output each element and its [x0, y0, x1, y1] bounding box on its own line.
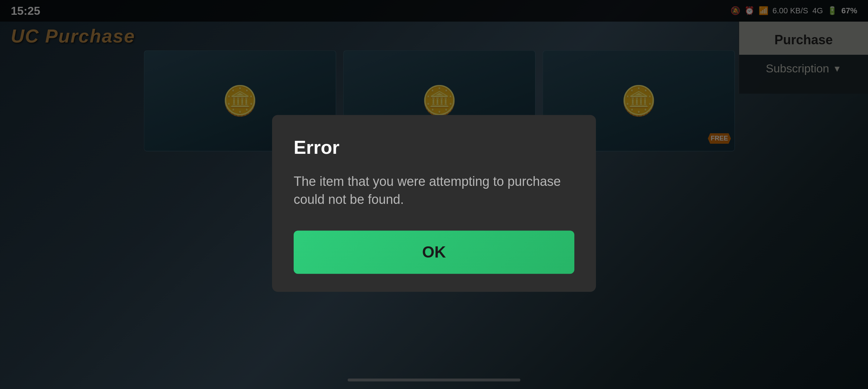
error-dialog: Error The item that you were attempting … [272, 115, 596, 292]
ok-button[interactable]: OK [294, 231, 574, 274]
dialog-message: The item that you were attempting to pur… [294, 173, 574, 209]
dialog-title: Error [294, 137, 574, 158]
